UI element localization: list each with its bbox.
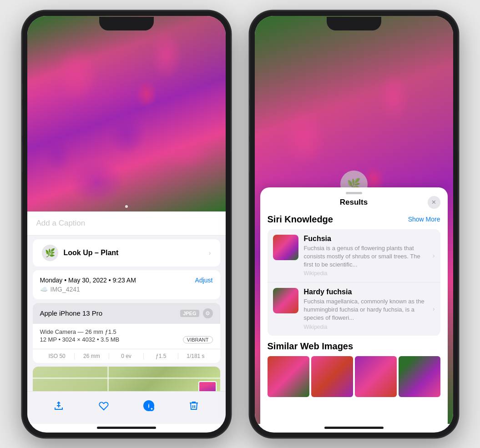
photo-bg-1: [27, 16, 226, 211]
meta-filename: ☁️ IMG_4241: [40, 286, 213, 293]
fuchsia-thumbnail: [273, 235, 298, 260]
info-button[interactable]: i ✦: [140, 397, 158, 415]
power-button: [231, 111, 231, 151]
photo-view-2: 🌿 Results ✕: [255, 16, 453, 424]
cloud-icon: ☁️: [40, 286, 48, 293]
hardy-chevron-icon: ›: [433, 305, 435, 312]
map-photo-thumbnail: [198, 381, 217, 391]
hardy-content: Hardy fuchsia Fuchsia magellanica, commo…: [304, 288, 427, 330]
device-section: Apple iPhone 13 Pro JPEG ⚙ Wide Camera —…: [33, 303, 220, 363]
notch-1: [99, 17, 154, 30]
close-icon: ✕: [431, 199, 436, 206]
results-panel: Results ✕ Siri Knowledge Show More: [260, 187, 448, 424]
aperture-value: ƒ1.5: [144, 353, 178, 359]
volume-up-button-2: [249, 106, 250, 136]
photo-view-1: [27, 16, 226, 211]
exposure-value: 0 ev: [109, 353, 144, 359]
adjust-button[interactable]: Adjust: [195, 277, 213, 284]
favorite-button[interactable]: [95, 397, 113, 415]
fuchsia-thumb-image: [273, 235, 298, 260]
similar-title: Similar Web Images: [268, 341, 440, 352]
device-header: Apple iPhone 13 Pro JPEG ⚙: [33, 303, 220, 324]
similar-image-1[interactable]: [268, 356, 309, 397]
toolbar: i ✦: [27, 391, 226, 424]
fuchsia-name: Fuchsia: [304, 235, 427, 243]
volume-up-button: [22, 106, 22, 136]
iso-value: ISO 50: [40, 353, 75, 359]
knowledge-card: Fuchsia Fuchsia is a genus of flowering …: [268, 229, 440, 336]
camera-type: Wide Camera — 26 mm ƒ1.5: [40, 328, 213, 335]
lookup-row[interactable]: 🌿 Look Up – Plant ›: [33, 239, 220, 267]
phone-2: 🌿 Results ✕: [249, 10, 459, 438]
knowledge-item-fuchsia[interactable]: Fuchsia Fuchsia is a genus of flowering …: [268, 229, 440, 283]
vibrant-badge: VIBRANT: [183, 336, 213, 343]
lookup-label: Look Up – Plant: [64, 249, 119, 257]
hardy-thumbnail: [273, 288, 298, 313]
show-more-button[interactable]: Show More: [408, 216, 440, 223]
delete-button[interactable]: [185, 397, 203, 415]
caption-area[interactable]: Add a Caption: [27, 211, 226, 236]
mute-button: [22, 83, 22, 99]
meta-section: Monday • May 30, 2022 • 9:23 AM Adjust ☁…: [33, 270, 220, 299]
jpeg-badge: JPEG: [180, 310, 199, 317]
lookup-icon: 🌿: [42, 245, 58, 261]
phone-1: Add a Caption 🌿 Look Up – Plant ›: [22, 10, 231, 438]
drag-handle[interactable]: [346, 192, 362, 194]
gear-icon[interactable]: ⚙: [203, 308, 213, 318]
similar-image-4[interactable]: [399, 356, 440, 397]
page-indicator: [125, 205, 128, 208]
fuchsia-description: Fuchsia is a genus of flowering plants t…: [304, 244, 427, 269]
siri-knowledge-header: Siri Knowledge Show More: [268, 212, 440, 225]
phone-1-screen: Add a Caption 🌿 Look Up – Plant ›: [27, 16, 226, 433]
info-section: Add a Caption 🌿 Look Up – Plant ›: [27, 211, 226, 391]
similar-image-2[interactable]: [311, 356, 353, 397]
home-indicator-2: [324, 427, 384, 429]
results-scroll[interactable]: Siri Knowledge Show More Fuchsia: [260, 212, 448, 417]
fuchsia-chevron-icon: ›: [433, 252, 435, 259]
fuchsia-content: Fuchsia Fuchsia is a genus of flowering …: [304, 235, 427, 277]
map-road-v: [107, 367, 109, 391]
results-title: Results: [340, 198, 368, 207]
meta-date-row: Monday • May 30, 2022 • 9:23 AM Adjust: [40, 277, 213, 284]
map-road-h: [33, 378, 220, 379]
results-header: Results ✕: [260, 198, 448, 212]
siri-knowledge-title: Siri Knowledge: [268, 214, 333, 225]
hardy-name: Hardy fuchsia: [304, 288, 427, 296]
hardy-source: Wikipedia: [304, 324, 427, 330]
volume-down-button: [22, 142, 22, 172]
hardy-thumb-image: [273, 288, 298, 313]
close-button[interactable]: ✕: [428, 196, 440, 209]
similar-images-row: [268, 356, 440, 397]
hardy-description: Fuchsia magellanica, commonly known as t…: [304, 297, 427, 322]
map-section[interactable]: [33, 367, 220, 391]
knowledge-item-hardy[interactable]: Hardy fuchsia Fuchsia magellanica, commo…: [268, 282, 440, 336]
photo-date: Monday • May 30, 2022 • 9:23 AM: [40, 277, 136, 284]
focal-length-value: 26 mm: [75, 353, 109, 359]
device-badges: JPEG ⚙: [180, 308, 212, 318]
volume-down-button-2: [249, 142, 250, 172]
camera-specs: Wide Camera — 26 mm ƒ1.5 12 MP • 3024 × …: [33, 324, 220, 349]
similar-section: Similar Web Images: [268, 341, 440, 397]
device-name: Apple iPhone 13 Pro: [40, 309, 103, 317]
home-indicator-1: [97, 427, 156, 429]
power-button-2: [458, 111, 459, 151]
share-button[interactable]: [50, 397, 68, 415]
flower-image-1: [27, 16, 226, 211]
leaf-icon: 🌿: [45, 248, 55, 258]
fuchsia-source: Wikipedia: [304, 270, 427, 277]
svg-text:✦: ✦: [150, 407, 153, 411]
caption-placeholder: Add a Caption: [36, 219, 86, 227]
notch-2: [327, 17, 381, 30]
similar-image-3[interactable]: [355, 356, 397, 397]
shutter-speed-value: 1/181 s: [178, 353, 212, 359]
phone-2-screen: 🌿 Results ✕: [255, 16, 453, 433]
mp-info-row: 12 MP • 3024 × 4032 • 3.5 MB VIBRANT: [40, 336, 213, 343]
mute-button-2: [249, 83, 250, 99]
exif-row: ISO 50 26 mm 0 ev ƒ1.5 1/181 s: [33, 349, 220, 363]
lookup-chevron-icon: ›: [209, 249, 211, 257]
